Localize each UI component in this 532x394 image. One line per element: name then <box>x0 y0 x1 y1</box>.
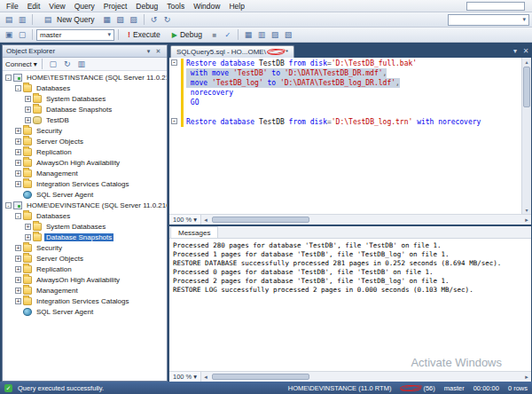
editor-zoom-control[interactable]: 100 % ▾ <box>169 215 201 225</box>
expand-icon[interactable]: + <box>25 224 31 230</box>
tree-item[interactable]: +Server Objects <box>3 253 167 264</box>
close-icon[interactable]: ✕ <box>153 48 163 55</box>
tree-item[interactable]: -Databases <box>3 210 167 221</box>
menu-edit[interactable]: Edit <box>23 1 45 12</box>
code-line[interactable]: move 'TestDB_log' to 'D:\DATA\TestDB_log… <box>169 78 521 88</box>
code-line[interactable] <box>169 107 521 117</box>
expand-icon[interactable]: + <box>15 277 21 283</box>
disconnect-icon[interactable]: ▢ <box>47 58 59 70</box>
editor-vscrollbar[interactable]: ▴ ▾ <box>521 58 531 214</box>
collapse-icon[interactable]: - <box>15 213 21 219</box>
new-file-icon[interactable]: ▤ <box>3 13 15 26</box>
tree-item[interactable]: +Management <box>3 168 167 178</box>
refresh-icon[interactable]: ↻ <box>61 58 74 70</box>
save-all-icon[interactable]: ▧ <box>114 13 127 26</box>
code-area[interactable]: -Restore database TestDB from disk='D:\T… <box>169 59 521 214</box>
expand-icon[interactable]: + <box>25 106 31 113</box>
tree-item[interactable]: +System Databases <box>3 221 167 232</box>
menu-debug[interactable]: Debug <box>131 1 162 12</box>
scroll-down-icon[interactable]: ▾ <box>522 206 531 214</box>
tree-item[interactable]: +Database Snapshots <box>3 104 167 114</box>
object-explorer-titlebar[interactable]: Object Explorer ▾ ✕ <box>3 45 167 58</box>
menu-project[interactable]: Project <box>99 1 131 12</box>
parse-check-icon[interactable]: ✓ <box>222 28 234 41</box>
window-position-icon[interactable]: ▾ <box>144 48 153 55</box>
tree-item[interactable]: +Replication <box>3 146 167 157</box>
scroll-right-icon[interactable]: ▸ <box>522 374 531 381</box>
expand-icon[interactable]: + <box>25 234 31 240</box>
hscroll-thumb[interactable] <box>212 374 309 380</box>
expand-icon[interactable]: + <box>25 117 31 123</box>
expand-icon[interactable]: + <box>15 138 21 145</box>
tree-item[interactable]: +AlwaysOn High Availability <box>3 157 167 168</box>
results-text-icon[interactable]: ▥ <box>255 28 268 41</box>
tree-item[interactable]: SQL Server Agent <box>3 189 167 200</box>
disconnect-database-icon[interactable]: ▢ <box>16 28 28 41</box>
print-icon[interactable]: ▨ <box>128 13 140 26</box>
quick-launch-input[interactable] <box>466 2 525 11</box>
scroll-up-icon[interactable]: ▴ <box>522 58 531 66</box>
expand-icon[interactable]: + <box>25 96 31 102</box>
menu-window[interactable]: Window <box>189 1 224 12</box>
stop-icon[interactable]: ■ <box>208 28 221 41</box>
toolbar-combo[interactable]: ▾ <box>448 14 529 26</box>
expand-icon[interactable]: + <box>15 245 21 251</box>
scroll-left-icon[interactable]: ◂ <box>201 217 210 224</box>
database-dropdown[interactable]: master ▾ <box>36 29 114 41</box>
menu-query[interactable]: Query <box>70 1 99 12</box>
redo-icon[interactable]: ↻ <box>161 13 174 26</box>
menu-file[interactable]: File <box>2 1 23 12</box>
close-document-icon[interactable]: ✕ <box>520 47 531 55</box>
scroll-right-icon[interactable]: ▸ <box>522 217 531 224</box>
undo-icon[interactable]: ↺ <box>148 13 160 26</box>
chevron-down-icon[interactable]: ▾ <box>34 60 37 68</box>
collapse-icon[interactable]: - <box>15 85 21 91</box>
hscroll-track[interactable] <box>210 215 522 225</box>
tab-messages[interactable]: Messages <box>170 226 218 238</box>
code-editor[interactable]: -Restore database TestDB from disk='D:\T… <box>169 58 531 214</box>
results-grid-icon[interactable]: ▦ <box>242 28 254 41</box>
messages-zoom-control[interactable]: 100 % ▾ <box>169 372 201 382</box>
tree-item[interactable]: +Server Objects <box>3 136 167 146</box>
tree-item[interactable]: +System Databases <box>3 93 167 104</box>
tree-item[interactable]: +Database Snapshots <box>3 232 167 242</box>
tree-item[interactable]: +Replication <box>3 264 167 274</box>
hscroll-thumb[interactable] <box>212 217 309 223</box>
code-line[interactable]: -Restore database TestDB from disk='D:\T… <box>169 59 521 68</box>
tree-item[interactable]: +Management <box>3 285 167 296</box>
hscroll-track[interactable] <box>210 372 522 382</box>
connect-database-icon[interactable]: ▣ <box>3 28 15 41</box>
tree-item[interactable]: SQL Server Agent <box>3 306 167 317</box>
code-line[interactable]: GO <box>169 98 521 107</box>
menu-tools[interactable]: Tools <box>162 1 189 12</box>
vscroll-track[interactable] <box>522 66 531 206</box>
tree-item[interactable]: +Security <box>3 125 167 136</box>
expand-icon[interactable]: + <box>15 149 21 155</box>
document-tab[interactable]: SQLQuery5.sql - HO...OME\ * <box>170 45 294 58</box>
tree-item[interactable]: -Databases <box>3 83 167 93</box>
filter-icon[interactable]: ▥ <box>75 58 88 70</box>
fold-collapse-icon[interactable]: - <box>171 118 177 124</box>
tree-item[interactable]: +Integration Services Catalogs <box>3 178 167 189</box>
code-line[interactable]: norecovery <box>169 88 521 98</box>
tree-item[interactable]: -HOME\DEVINSTANCE (SQL Server 11.0.2100 … <box>3 200 167 210</box>
debug-button[interactable]: ▶ Debug <box>167 28 207 41</box>
expand-icon[interactable]: + <box>15 266 21 272</box>
messages-hscrollbar[interactable]: 100 % ▾ ◂ ▸ <box>169 371 531 382</box>
collapse-icon[interactable]: - <box>5 202 12 209</box>
collapse-icon[interactable]: - <box>5 75 12 81</box>
connect-button[interactable]: Connect <box>5 60 32 68</box>
scroll-left-icon[interactable]: ◂ <box>201 374 210 381</box>
tree-item[interactable]: -HOME\TESTINSTANCE (SQL Server 11.0.2100… <box>3 72 167 83</box>
expand-icon[interactable]: + <box>15 298 21 304</box>
tree-item[interactable]: +Integration Services Catalogs <box>3 296 167 306</box>
expand-icon[interactable]: + <box>15 256 21 262</box>
editor-hscrollbar[interactable]: 100 % ▾ ◂ ▸ <box>169 214 531 225</box>
expand-icon[interactable]: + <box>15 128 21 134</box>
expand-icon[interactable]: + <box>15 181 21 187</box>
menu-view[interactable]: View <box>44 1 69 12</box>
code-line[interactable]: -Restore database TestDB from disk='D:\T… <box>169 117 521 127</box>
execute-button[interactable]: ! Execute <box>122 28 166 41</box>
fold-collapse-icon[interactable]: - <box>171 59 177 66</box>
tab-list-icon[interactable]: ▾ <box>510 47 520 55</box>
